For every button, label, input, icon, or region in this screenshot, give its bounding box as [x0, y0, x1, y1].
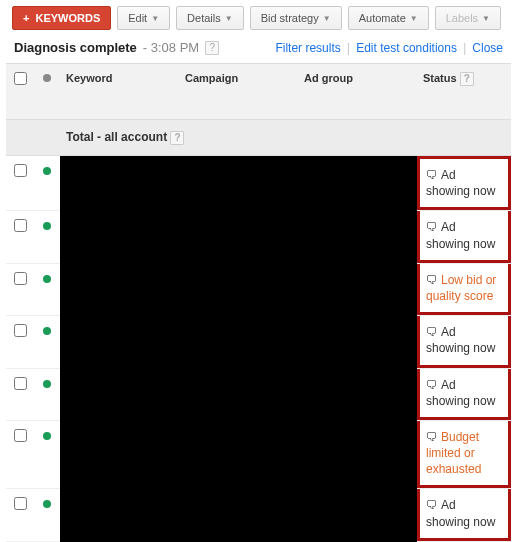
enabled-dot-icon — [43, 327, 51, 335]
adgroup-header[interactable]: Ad group — [298, 64, 417, 120]
diagnosis-info-bar: Diagnosis complete - 3:08 PM ? Filter re… — [6, 36, 511, 63]
status-cell: 🗨Low bid or quality score — [417, 263, 511, 315]
row-checkbox[interactable] — [14, 272, 27, 285]
speech-bubble-icon: 🗨 — [426, 430, 438, 444]
row-dot-cell — [34, 420, 60, 489]
speech-bubble-icon: 🗨 — [426, 498, 438, 512]
speech-bubble-icon: 🗨 — [426, 273, 438, 287]
row-checkbox-cell — [6, 420, 34, 489]
speech-bubble-icon: 🗨 — [426, 378, 438, 392]
caret-down-icon: ▼ — [410, 14, 418, 23]
row-checkbox-cell — [6, 368, 34, 420]
row-checkbox[interactable] — [14, 164, 27, 177]
totals-row: Total - all account ? — [6, 120, 511, 156]
status-cell: 🗨Ad showing now — [417, 368, 511, 420]
row-checkbox-cell — [6, 316, 34, 368]
row-checkbox-cell — [6, 489, 34, 541]
toolbar: + Keywords Edit ▼ Details ▼ Bid strategy… — [6, 6, 511, 30]
row-checkbox[interactable] — [14, 497, 27, 510]
table-row: 🗨Low bid or quality score — [6, 263, 511, 315]
diagnosis-time: - 3:08 PM — [143, 40, 199, 55]
campaign-header[interactable]: Campaign — [179, 64, 298, 120]
enabled-dot-icon — [43, 222, 51, 230]
row-dot-cell — [34, 156, 60, 211]
add-keywords-button[interactable]: + Keywords — [12, 6, 111, 30]
edit-button[interactable]: Edit ▼ — [117, 6, 170, 30]
caret-down-icon: ▼ — [151, 14, 159, 23]
redacted-content — [60, 211, 417, 263]
select-all-header — [6, 64, 34, 120]
header-row: Keyword Campaign Ad group Status ? — [6, 64, 511, 120]
keyword-header[interactable]: Keyword — [60, 64, 179, 120]
row-checkbox[interactable] — [14, 219, 27, 232]
status-header[interactable]: Status ? — [417, 64, 511, 120]
row-dot-cell — [34, 263, 60, 315]
table-row: 🗨Ad showing now — [6, 211, 511, 263]
enabled-dot-icon — [43, 432, 51, 440]
table-row: 🗨Ad showing now — [6, 156, 511, 211]
add-keywords-label: Keywords — [35, 12, 100, 24]
caret-down-icon: ▼ — [225, 14, 233, 23]
caret-down-icon: ▼ — [323, 14, 331, 23]
status-cell: 🗨Ad showing now — [417, 489, 511, 541]
redacted-content — [60, 156, 417, 211]
status-cell: 🗨Ad showing now — [417, 211, 511, 263]
speech-bubble-icon: 🗨 — [426, 168, 438, 182]
keywords-table: Keyword Campaign Ad group Status ? Total… — [6, 63, 511, 542]
redacted-content — [60, 368, 417, 420]
row-dot-cell — [34, 368, 60, 420]
row-checkbox-cell — [6, 156, 34, 211]
totals-label: Total - all account — [66, 130, 167, 144]
status-cell: 🗨Ad showing now — [417, 156, 511, 211]
help-icon[interactable]: ? — [460, 72, 474, 86]
table-row: 🗨Budget limited or exhausted — [6, 420, 511, 489]
row-dot-cell — [34, 211, 60, 263]
diagnosis-links: Filter results | Edit test conditions | … — [275, 40, 503, 55]
bid-strategy-button[interactable]: Bid strategy ▼ — [250, 6, 342, 30]
redacted-content — [60, 420, 417, 489]
redacted-content — [60, 489, 417, 541]
enabled-dot-icon — [43, 380, 51, 388]
select-all-checkbox[interactable] — [14, 72, 27, 85]
enabled-dot-icon — [43, 500, 51, 508]
help-icon[interactable]: ? — [205, 41, 219, 55]
row-checkbox[interactable] — [14, 429, 27, 442]
plus-icon: + — [23, 12, 29, 24]
enabled-dot-icon — [43, 275, 51, 283]
speech-bubble-icon: 🗨 — [426, 325, 438, 339]
status-cell: 🗨Ad showing now — [417, 316, 511, 368]
table-row: 🗨Ad showing now — [6, 368, 511, 420]
row-dot-cell — [34, 316, 60, 368]
filter-results-link[interactable]: Filter results — [275, 41, 340, 55]
status-cell: 🗨Budget limited or exhausted — [417, 420, 511, 489]
table-row: 🗨Ad showing now — [6, 489, 511, 541]
row-checkbox-cell — [6, 211, 34, 263]
close-link[interactable]: Close — [472, 41, 503, 55]
row-checkbox-cell — [6, 263, 34, 315]
automate-button[interactable]: Automate ▼ — [348, 6, 429, 30]
row-checkbox[interactable] — [14, 377, 27, 390]
redacted-content — [60, 316, 417, 368]
help-icon[interactable]: ? — [170, 131, 184, 145]
row-checkbox[interactable] — [14, 324, 27, 337]
details-button[interactable]: Details ▼ — [176, 6, 244, 30]
table-row: 🗨Ad showing now — [6, 316, 511, 368]
caret-down-icon: ▼ — [482, 14, 490, 23]
edit-conditions-link[interactable]: Edit test conditions — [356, 41, 457, 55]
row-dot-cell — [34, 489, 60, 541]
diagnosis-title: Diagnosis complete — [14, 40, 137, 55]
status-dot-header — [34, 64, 60, 120]
speech-bubble-icon: 🗨 — [426, 220, 438, 234]
labels-button[interactable]: Labels ▼ — [435, 6, 501, 30]
redacted-content — [60, 263, 417, 315]
dot-icon — [43, 74, 51, 82]
enabled-dot-icon — [43, 167, 51, 175]
